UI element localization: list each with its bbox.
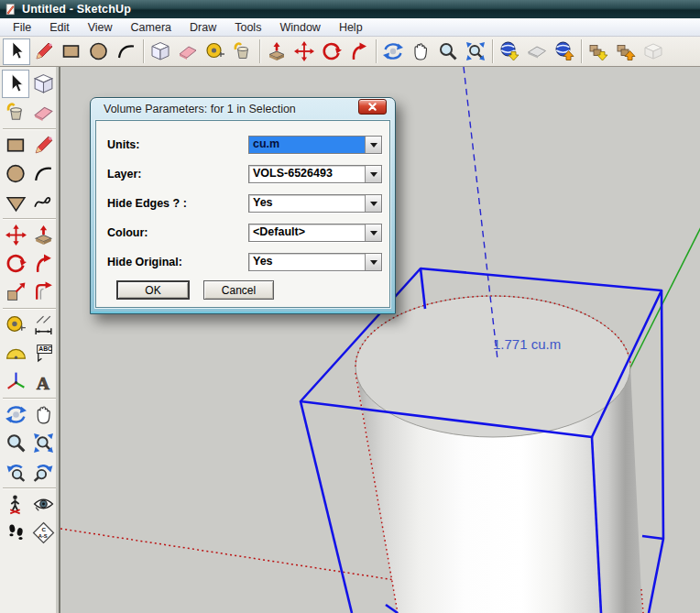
units-dropdown-arrow-icon[interactable]: [365, 137, 381, 153]
title-bar: Untitled - SketchUp: [0, 0, 700, 18]
offset-tool-button[interactable]: [29, 278, 57, 306]
orbit-icon: [382, 40, 404, 62]
freehand-tool-button[interactable]: [29, 188, 57, 216]
push-pull-tool-button[interactable]: [29, 221, 57, 249]
share-model-tool-button[interactable]: [612, 38, 640, 65]
get-current-view-tool-button[interactable]: [496, 38, 523, 65]
photo-textures-tool-button[interactable]: [640, 38, 667, 65]
cylinder-top-face[interactable]: [355, 296, 630, 437]
colour-dropdown-arrow-icon[interactable]: [365, 224, 381, 241]
circle-icon: [5, 162, 27, 185]
follow-me-tool-button[interactable]: [345, 38, 373, 65]
3d-text-tool-button[interactable]: A: [29, 367, 57, 396]
protractor-tool-button[interactable]: [2, 339, 29, 367]
tape-measure-tool-button[interactable]: [2, 311, 29, 339]
field-row-layer: Layer: VOLS-6526493: [107, 165, 382, 183]
zoom-tool-button[interactable]: [434, 38, 462, 65]
rotate-tool-button[interactable]: [2, 249, 29, 278]
hide-original-combobox[interactable]: Yes: [248, 253, 382, 271]
make-component-tool-button[interactable]: [147, 38, 174, 65]
get-models-tool-button[interactable]: [585, 38, 612, 65]
dialog-button-row: OK Cancel: [116, 280, 389, 300]
sketchup-logo-icon: [4, 3, 17, 16]
share-model-icon: [615, 40, 637, 62]
paint-bucket-tool-button[interactable]: [229, 38, 257, 65]
zoom-extents-tool-button[interactable]: [462, 38, 489, 65]
previous-tool-button[interactable]: [2, 457, 29, 486]
hide-original-label: Hide Original:: [107, 256, 248, 268]
pan-tool-button[interactable]: [29, 400, 57, 429]
menu-tools[interactable]: Tools: [225, 19, 270, 36]
push-pull-icon: [266, 40, 288, 62]
hide-edges-combobox[interactable]: Yes: [248, 194, 382, 213]
layer-combobox[interactable]: VOLS-6526493: [248, 165, 382, 183]
next-tool-button[interactable]: [29, 457, 57, 486]
menu-camera[interactable]: Camera: [122, 19, 180, 36]
close-icon: [368, 103, 377, 111]
layer-dropdown-arrow-icon[interactable]: [365, 166, 381, 182]
place-model-tool-button[interactable]: [551, 38, 578, 65]
walk-tool-button[interactable]: [2, 519, 29, 547]
zoom-tool-button[interactable]: [2, 429, 29, 457]
make-component-tool-button[interactable]: [29, 70, 57, 98]
text-tool-button[interactable]: ABC: [29, 339, 57, 367]
hide-edges-dropdown-arrow-icon[interactable]: [365, 195, 381, 212]
tape-measure-tool-button[interactable]: [202, 38, 229, 65]
axes-tool-button[interactable]: [2, 367, 29, 396]
scale-tool-button[interactable]: [2, 278, 29, 306]
circle-tool-button[interactable]: [2, 159, 29, 188]
menu-bar: FileEditViewCameraDrawToolsWindowHelp: [0, 18, 700, 37]
menu-help[interactable]: Help: [330, 19, 372, 36]
menu-file[interactable]: File: [4, 19, 40, 36]
get-models-icon: [587, 40, 609, 62]
push-pull-tool-button[interactable]: [263, 38, 290, 65]
section-plane-icon: CA-S: [32, 521, 55, 544]
rectangle-icon: [5, 134, 27, 157]
look-around-tool-button[interactable]: [29, 490, 57, 519]
eraser-icon: [177, 40, 199, 62]
menu-edit[interactable]: Edit: [40, 19, 79, 36]
menu-window[interactable]: Window: [270, 19, 329, 36]
close-button[interactable]: [358, 99, 387, 115]
move-tool-button[interactable]: [2, 221, 29, 249]
position-camera-tool-button[interactable]: [2, 490, 29, 519]
arc-tool-button[interactable]: [29, 159, 57, 188]
orbit-tool-button[interactable]: [379, 38, 407, 65]
rectangle-tool-button[interactable]: [58, 38, 85, 65]
ok-button[interactable]: OK: [116, 280, 190, 300]
units-combobox[interactable]: cu.m: [248, 136, 382, 154]
zoom-extents-tool-button[interactable]: [29, 429, 57, 457]
paint-bucket-tool-button[interactable]: [2, 98, 29, 126]
rectangle-tool-button[interactable]: [2, 131, 29, 159]
follow-me-icon: [348, 40, 370, 62]
menu-view[interactable]: View: [79, 19, 122, 36]
polygon-tool-button[interactable]: [2, 188, 29, 216]
hide-original-dropdown-arrow-icon[interactable]: [365, 254, 381, 270]
select-tool-button[interactable]: [3, 38, 30, 65]
arc-icon: [32, 162, 55, 185]
colour-combobox[interactable]: <Default>: [248, 224, 382, 242]
arc-tool-button[interactable]: [113, 38, 140, 65]
section-plane-tool-button[interactable]: CA-S: [29, 519, 57, 547]
move-tool-button[interactable]: [290, 38, 318, 65]
menu-draw[interactable]: Draw: [180, 19, 225, 36]
circle-tool-button[interactable]: [85, 38, 113, 65]
paint-bucket-icon: [5, 101, 27, 124]
offset-icon: [32, 280, 55, 303]
toggle-terrain-tool-button[interactable]: [523, 38, 551, 65]
orbit-tool-button[interactable]: [2, 400, 29, 429]
dimensions-tool-button[interactable]: [29, 311, 57, 339]
line-tool-button[interactable]: [30, 38, 58, 65]
cancel-button[interactable]: Cancel: [203, 280, 274, 300]
follow-me-tool-button[interactable]: [29, 249, 57, 278]
toolbar-separator: [3, 218, 56, 219]
select-tool-button[interactable]: [2, 70, 29, 98]
line-tool-button[interactable]: [29, 131, 57, 159]
rectangle-icon: [60, 40, 82, 62]
eraser-tool-button[interactable]: [174, 38, 202, 65]
pan-tool-button[interactable]: [407, 38, 434, 65]
eraser-tool-button[interactable]: [29, 98, 57, 126]
model-viewport[interactable]: 1.771 cu.m Volume Parameters: for 1 in S…: [60, 67, 700, 613]
rotate-tool-button[interactable]: [318, 38, 345, 65]
volume-parameters-dialog: Volume Parameters: for 1 in Selection Un…: [90, 97, 396, 314]
